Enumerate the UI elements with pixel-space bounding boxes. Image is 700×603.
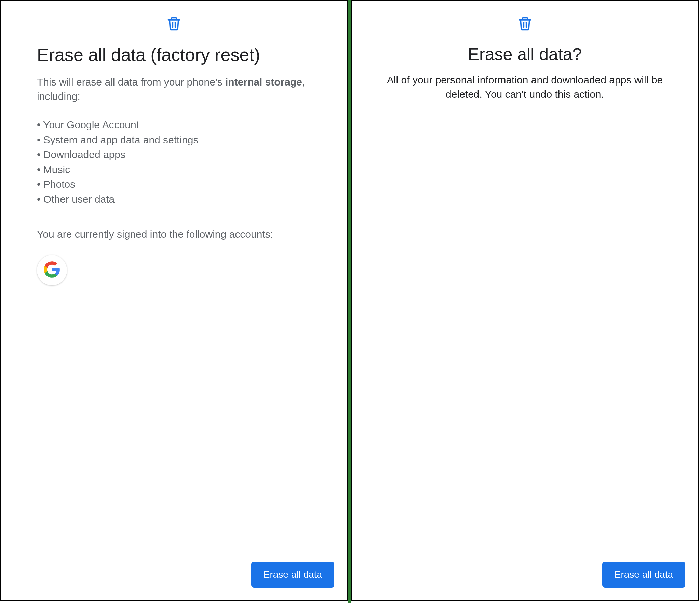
google-account-badge[interactable]: [37, 255, 67, 285]
list-item: Other user data: [37, 192, 312, 207]
erase-bullet-list: Your Google Account System and app data …: [37, 117, 312, 207]
list-item: System and app data and settings: [37, 132, 312, 147]
erase-all-data-button[interactable]: Erase all data: [602, 562, 685, 588]
list-item: Downloaded apps: [37, 147, 312, 162]
list-item: Photos: [37, 177, 312, 192]
page-title: Erase all data (factory reset): [37, 44, 312, 65]
trash-icon: [166, 15, 181, 34]
factory-reset-confirm-screen: Erase all data? All of your personal inf…: [351, 0, 699, 601]
erase-description: This will erase all data from your phone…: [37, 75, 312, 104]
desc-bold: internal storage: [225, 76, 302, 88]
confirm-description: All of your personal information and dow…: [373, 73, 677, 102]
google-logo-icon: [43, 261, 61, 280]
erase-all-data-button[interactable]: Erase all data: [251, 562, 334, 588]
list-item: Music: [37, 162, 312, 177]
header-icon-row: [1, 1, 347, 44]
desc-prefix: This will erase all data from your phone…: [37, 76, 225, 88]
page-title: Erase all data?: [373, 44, 677, 65]
screenshot-divider: [348, 0, 351, 603]
signed-in-accounts-text: You are currently signed into the follow…: [37, 227, 312, 241]
trash-icon: [517, 15, 533, 34]
factory-reset-info-screen: Erase all data (factory reset) This will…: [0, 0, 348, 601]
list-item: Your Google Account: [37, 117, 312, 132]
header-icon-row: [352, 1, 698, 44]
